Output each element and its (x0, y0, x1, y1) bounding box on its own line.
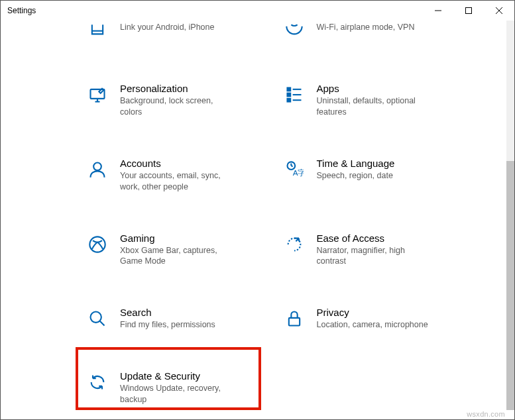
tile-privacy[interactable]: Privacy Location, camera, microphone (284, 303, 481, 335)
tile-desc: Speech, region, date (317, 170, 395, 182)
tile-desc: Wi-Fi, airplane mode, VPN (317, 22, 415, 33)
personalization-icon (87, 84, 108, 105)
tile-apps[interactable]: Apps Uninstall, defaults, optional featu… (284, 79, 481, 122)
tile-desc: Link your Android, iPhone (120, 22, 214, 33)
svg-point-20 (91, 312, 101, 323)
tile-title: Gaming (120, 233, 233, 244)
tile-time-language[interactable]: A字 Time & Language Speech, region, date (284, 154, 481, 197)
tile-desc: Your accounts, email, sync, work, other … (120, 170, 233, 193)
tile-title: Search (120, 307, 215, 318)
tile-title: Time & Language (317, 158, 395, 169)
svg-text:A字: A字 (292, 168, 303, 177)
tile-desc: Background, lock screen, colors (120, 95, 233, 118)
tile-accounts[interactable]: Accounts Your accounts, email, sync, wor… (87, 154, 284, 197)
phone-icon (87, 22, 108, 43)
tile-desc: Windows Update, recovery, backup (120, 383, 233, 405)
apps-icon (284, 84, 305, 105)
tile-title: Ease of Access (317, 233, 429, 244)
tile-phone[interactable]: Link your Android, iPhone (87, 21, 284, 47)
tile-desc: Narrator, magnifier, high contrast (317, 245, 429, 268)
tile-network[interactable]: Wi-Fi, airplane mode, VPN (284, 21, 481, 47)
content-area: Link your Android, iPhone Wi-Fi, airplan… (1, 21, 506, 419)
tile-desc: Uninstall, defaults, optional features (317, 95, 429, 118)
svg-rect-1 (466, 8, 472, 14)
tile-title: Update & Security (120, 370, 233, 382)
tile-desc: Find my files, permissions (120, 319, 215, 331)
tile-desc: Xbox Game Bar, captures, Game Mode (120, 245, 233, 268)
svg-point-19 (89, 236, 105, 252)
tile-title: Personalization (120, 83, 233, 94)
svg-rect-10 (287, 99, 290, 102)
tile-personalization[interactable]: Personalization Background, lock screen,… (87, 79, 284, 122)
tile-ease-of-access[interactable]: Ease of Access Narrator, magnifier, high… (284, 229, 481, 272)
svg-rect-9 (287, 93, 290, 97)
tile-title: Accounts (120, 158, 233, 169)
person-icon (87, 159, 108, 180)
scrollbar-thumb[interactable] (506, 161, 514, 410)
watermark: wsxdn.com (467, 410, 505, 418)
tile-gaming[interactable]: Gaming Xbox Game Bar, captures, Game Mod… (87, 229, 284, 272)
svg-line-21 (100, 321, 105, 326)
time-language-icon: A字 (284, 159, 305, 180)
window-title: Settings (7, 6, 36, 15)
window-controls (423, 1, 514, 21)
tile-title: Apps (317, 83, 429, 94)
maximize-button[interactable] (453, 1, 484, 21)
tile-title: Privacy (317, 307, 428, 318)
tile-desc: Location, camera, microphone (317, 319, 428, 331)
globe-icon (284, 22, 305, 43)
ease-of-access-icon (284, 234, 305, 255)
update-icon (87, 372, 108, 393)
svg-line-17 (291, 166, 292, 166)
title-bar: Settings (1, 1, 514, 21)
svg-rect-22 (288, 318, 299, 326)
svg-rect-8 (287, 88, 290, 91)
close-button[interactable] (484, 1, 514, 21)
tile-search[interactable]: Search Find my files, permissions (87, 303, 284, 335)
scrollbar-track[interactable] (506, 21, 514, 410)
search-icon (87, 308, 108, 329)
minimize-button[interactable] (423, 1, 453, 21)
lock-icon (284, 308, 305, 329)
tile-update-security[interactable]: Update & Security Windows Update, recove… (87, 366, 284, 409)
svg-point-14 (93, 162, 101, 170)
xbox-icon (87, 234, 108, 255)
